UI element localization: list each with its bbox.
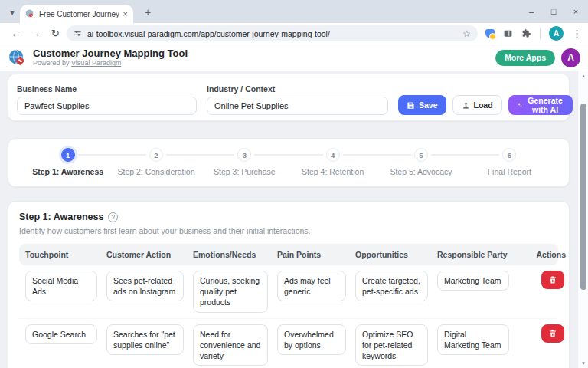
step-circle: 3 [237, 148, 251, 162]
col-header-opportunities: Opportunities [355, 250, 437, 259]
more-apps-button[interactable]: More Apps [495, 50, 555, 66]
touchpoint-cell[interactable]: Google Search [25, 324, 97, 344]
powered-by-prefix: Powered by [33, 59, 71, 67]
col-header-emotions: Emotions/Needs [193, 250, 277, 259]
step-awareness[interactable]: 1 Step 1: Awareness [24, 148, 112, 176]
opportunities-cell[interactable]: Optimize SEO for pet-related keywords [355, 324, 428, 366]
step-consideration[interactable]: 2 Step 2: Consideration [112, 148, 200, 176]
upload-icon [462, 101, 470, 110]
browser-profile-avatar[interactable]: A [549, 26, 564, 41]
side-panel-icon[interactable] [503, 28, 513, 38]
step-final-report[interactable]: 6 Final Report [466, 148, 554, 176]
visual-paradigm-link[interactable]: Visual Paradigm [71, 59, 121, 67]
industry-label: Industry / Context [207, 84, 388, 94]
opportunities-cell[interactable]: Create targeted, pet-specific ads [355, 271, 428, 301]
step-label: Step 3: Purchase [201, 167, 289, 176]
app-title: Customer Journey Mapping Tool [33, 48, 188, 60]
sparkles-icon [517, 100, 522, 110]
generate-button-label: Generate with AI [526, 96, 564, 114]
generate-with-ai-button[interactable]: Generate with AI [508, 95, 573, 115]
col-header-customer-action: Customer Action [106, 250, 193, 259]
step-circle: 4 [326, 148, 340, 162]
scrollbar-up-icon[interactable]: ▲ [578, 74, 588, 78]
address-bar[interactable]: ai-toolbox.visual-paradigm.com/app/custo… [67, 25, 478, 41]
business-name-field-group: Business Name [17, 84, 197, 115]
step-label: Step 4: Retention [289, 167, 377, 176]
awareness-section-card: Step 1: Awareness ? Identify how custome… [8, 201, 570, 368]
forward-icon[interactable]: → [26, 28, 46, 39]
col-header-responsible: Responsible Party [437, 250, 518, 259]
industry-input[interactable] [207, 97, 388, 115]
col-header-actions: Actions [518, 250, 566, 259]
tab-title: Free Customer Journey Mappin [39, 10, 119, 18]
powered-by: Powered by Visual Paradigm [33, 59, 188, 67]
tab-close-icon[interactable]: × [123, 10, 128, 18]
trash-icon [548, 329, 557, 338]
tab-search-button[interactable]: ▾ [5, 5, 19, 19]
progress-steps-card: 1 Step 1: Awareness 2 Step 2: Considerat… [8, 138, 570, 187]
back-icon[interactable]: ← [6, 28, 26, 39]
app-header: Customer Journey Mapping Tool Powered by… [0, 44, 588, 71]
scrollbar-thumb[interactable] [580, 104, 586, 290]
col-header-pain-points: Pain Points [277, 250, 355, 259]
step-label: Step 5: Advocacy [377, 167, 465, 176]
step-purchase[interactable]: 3 Step 3: Purchase [201, 148, 289, 176]
step-circle: 6 [502, 148, 516, 162]
page-scrollbar[interactable]: ▲ ▼ [577, 71, 588, 368]
step-circle: 2 [149, 148, 163, 162]
browser-tab-strip: ▾ Free Customer Journey Mappin × + – □ × [0, 0, 588, 23]
save-button[interactable]: Save [398, 95, 446, 115]
business-name-label: Business Name [17, 84, 197, 94]
window-minimize-button[interactable]: – [527, 7, 536, 16]
step-circle: 5 [414, 148, 428, 162]
industry-field-group: Industry / Context [207, 84, 388, 115]
help-question-icon[interactable]: ? [108, 212, 118, 222]
extension-shortcut-icon[interactable] [485, 29, 495, 38]
trash-icon [548, 275, 557, 284]
responsible-cell[interactable]: Marketing Team [437, 271, 509, 291]
site-favicon-icon [25, 9, 34, 18]
table-row: Google Search Searches for "pet supplies… [19, 319, 558, 368]
responsible-cell[interactable]: Digital Marketing Team [437, 324, 509, 355]
save-button-label: Save [419, 100, 438, 110]
customer-action-cell[interactable]: Sees pet-related ads on Instagram [106, 271, 184, 301]
emotions-cell[interactable]: Curious, seeking quality pet products [193, 271, 268, 313]
delete-row-button[interactable] [541, 324, 564, 343]
step-circle: 1 [61, 148, 75, 162]
load-button-label: Load [474, 100, 493, 110]
table-header-row: Touchpoint Customer Action Emotions/Need… [19, 244, 558, 265]
pain-points-cell[interactable]: Overwhelmed by options [277, 324, 346, 355]
site-info-icon[interactable] [74, 29, 82, 38]
pain-points-cell[interactable]: Ads may feel generic [277, 271, 346, 301]
step-retention[interactable]: 4 Step 4: Retention [289, 148, 377, 176]
extensions-puzzle-icon[interactable] [521, 28, 531, 38]
delete-row-button[interactable] [541, 271, 564, 289]
table-row: Social Media Ads Sees pet-related ads on… [19, 265, 558, 319]
step-advocacy[interactable]: 5 Step 5: Advocacy [377, 148, 465, 176]
browser-toolbar: ← → ↻ ai-toolbox.visual-paradigm.com/app… [0, 23, 588, 44]
visual-paradigm-logo [8, 48, 27, 67]
touchpoint-cell[interactable]: Social Media Ads [25, 271, 97, 301]
business-name-input[interactable] [17, 97, 197, 115]
reload-icon[interactable]: ↻ [45, 28, 65, 39]
step-label: Final Report [466, 167, 554, 176]
browser-menu-icon[interactable]: ⋮ [572, 28, 582, 39]
section-title: Step 1: Awareness [19, 212, 103, 222]
scrollbar-down-icon[interactable]: ▼ [578, 361, 588, 366]
browser-tab[interactable]: Free Customer Journey Mappin × [20, 5, 133, 23]
business-form-card: Business Name Industry / Context Save Lo… [8, 74, 570, 121]
new-tab-button[interactable]: + [141, 5, 155, 19]
step-label: Step 1: Awareness [24, 167, 112, 176]
toolbar-divider [540, 28, 541, 39]
url-text[interactable]: ai-toolbox.visual-paradigm.com/app/custo… [87, 29, 457, 38]
emotions-cell[interactable]: Need for convenience and variety [193, 324, 268, 366]
window-close-button[interactable]: × [571, 7, 580, 16]
col-header-touchpoint: Touchpoint [25, 250, 106, 259]
save-floppy-icon [407, 101, 415, 110]
bookmark-star-icon[interactable]: ☆ [462, 28, 471, 39]
load-button[interactable]: Load [452, 95, 502, 115]
step-label: Step 2: Consideration [112, 167, 200, 176]
customer-action-cell[interactable]: Searches for "pet supplies online" [106, 324, 184, 355]
account-avatar[interactable]: A [561, 48, 580, 67]
window-maximize-button[interactable]: □ [549, 7, 558, 16]
